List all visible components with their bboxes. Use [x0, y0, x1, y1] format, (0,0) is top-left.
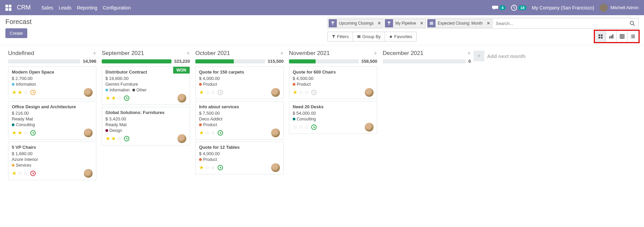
kanban-card[interactable]: Quote for 600 Chairs$ 4,500.00Product★☆☆ [289, 66, 377, 99]
priority-star[interactable]: ☆ [205, 130, 210, 136]
activity-icon[interactable] [30, 90, 36, 95]
activity-icon[interactable] [218, 165, 223, 170]
priority-star[interactable]: ☆ [211, 90, 215, 95]
card-footer: ★★☆ [105, 94, 186, 103]
tag: Product [199, 157, 217, 162]
activity-icon[interactable] [30, 171, 36, 176]
nav-sales[interactable]: Sales [41, 5, 53, 10]
brand[interactable]: CRM [17, 4, 31, 11]
card-amount: $ 3,420.00 [105, 116, 186, 121]
activity-icon[interactable] [311, 124, 317, 130]
priority-star[interactable]: ☆ [293, 124, 297, 130]
activity-icon[interactable] [218, 90, 223, 95]
quick-create-button[interactable]: + [186, 50, 190, 56]
priority-star[interactable]: ★ [12, 171, 17, 176]
priority-star[interactable]: ☆ [205, 165, 210, 170]
create-button[interactable]: Create [5, 28, 27, 38]
assignee-avatar[interactable] [178, 94, 186, 103]
filters-button[interactable]: Filters [328, 32, 353, 41]
search-icon[interactable] [626, 21, 638, 26]
priority-star[interactable]: ★ [105, 95, 110, 101]
assignee-avatar[interactable] [178, 134, 186, 143]
priority-star[interactable]: ☆ [298, 90, 303, 95]
priority-star[interactable]: ☆ [205, 90, 210, 95]
kanban-card[interactable]: 5 VP Chairs$ 1,680.00Azure InteriorServi… [8, 142, 96, 180]
priority-star[interactable]: ☆ [23, 90, 28, 95]
priority-star[interactable]: ☆ [304, 90, 309, 95]
priority-star[interactable]: ★ [199, 130, 204, 136]
progress-bar[interactable] [383, 59, 466, 63]
quick-create-button[interactable]: + [374, 50, 377, 56]
priority-star[interactable]: ★ [111, 136, 116, 141]
priority-star[interactable]: ☆ [18, 171, 22, 176]
kanban-card[interactable]: Info about services$ 7,500.00Deco Addict… [195, 101, 284, 140]
priority-star[interactable]: ☆ [23, 130, 28, 136]
kanban-card[interactable]: Need 20 Desks$ 54,000.00Consulting☆☆☆ [289, 101, 377, 134]
priority-star[interactable]: ☆ [117, 136, 122, 141]
progress-bar[interactable] [195, 59, 265, 63]
quick-create-button[interactable]: + [280, 50, 284, 56]
kanban-card[interactable]: Global Solutions: Furnitures$ 3,420.00Re… [102, 107, 190, 145]
kanban-card[interactable]: Modern Open Space$ 2,700.00Information★★… [8, 66, 96, 99]
facet-remove-icon[interactable]: ✕ [376, 21, 383, 26]
apps-icon[interactable] [5, 5, 11, 11]
quick-create-button[interactable]: + [467, 50, 471, 56]
groupby-button[interactable]: Group By [353, 32, 385, 41]
activity-icon[interactable] [124, 95, 129, 101]
activity-icon[interactable] [124, 136, 129, 141]
assignee-avatar[interactable] [84, 129, 93, 137]
discuss-icon[interactable]: 4 [492, 5, 506, 10]
company-switcher[interactable]: My Company (San Francisco) [532, 5, 594, 10]
assignee-avatar[interactable] [365, 88, 374, 97]
priority-star[interactable]: ★ [12, 130, 17, 136]
activity-icon[interactable] [311, 90, 317, 95]
progress-bar[interactable] [289, 59, 359, 63]
priority-star[interactable]: ★ [111, 95, 116, 101]
activity-icon[interactable] [30, 130, 36, 136]
priority-star[interactable]: ★ [12, 90, 17, 95]
kanban-card[interactable]: Quote for 150 carpets$ 4,000.00Product★☆… [195, 66, 284, 99]
progress-bar[interactable] [8, 59, 80, 63]
list-view-button[interactable] [627, 31, 638, 42]
svg-rect-5 [601, 37, 603, 38]
kanban-card[interactable]: Office Design and Architecture$ 216.00Re… [8, 101, 96, 140]
activities-badge: 18 [518, 5, 526, 10]
facet-remove-icon[interactable]: ✕ [418, 21, 425, 26]
priority-star[interactable]: ★ [18, 90, 22, 95]
activity-icon[interactable] [218, 130, 223, 136]
assignee-avatar[interactable] [365, 123, 374, 132]
priority-star[interactable]: ★ [105, 136, 110, 141]
add-next-month[interactable]: +Add next month [474, 48, 525, 61]
progress-bar[interactable] [102, 59, 171, 63]
priority-star[interactable]: ☆ [117, 95, 122, 101]
facet-remove-icon[interactable]: ✕ [485, 21, 492, 26]
priority-star[interactable]: ☆ [298, 124, 303, 130]
nav-configuration[interactable]: Configuration [103, 5, 131, 10]
graph-view-button[interactable] [606, 31, 617, 42]
priority-star[interactable]: ☆ [211, 130, 215, 136]
priority-star[interactable]: ★ [18, 130, 22, 136]
priority-star[interactable]: ☆ [211, 165, 215, 170]
priority-star[interactable]: ☆ [304, 124, 309, 130]
quick-create-button[interactable]: + [93, 50, 96, 56]
assignee-avatar[interactable] [84, 169, 93, 178]
nav-reporting[interactable]: Reporting [77, 5, 97, 10]
assignee-avatar[interactable] [271, 163, 280, 172]
kanban-view-button[interactable] [595, 31, 606, 42]
kanban-card[interactable]: Quote for 12 Tables$ 4,000.00Product★☆☆ [195, 142, 284, 174]
priority-star[interactable]: ★ [199, 90, 204, 95]
assignee-avatar[interactable] [84, 88, 93, 97]
assignee-avatar[interactable] [271, 88, 280, 97]
assignee-avatar[interactable] [271, 129, 280, 137]
priority-star[interactable]: ★ [293, 90, 297, 95]
priority-star[interactable]: ☆ [23, 171, 28, 176]
favorites-button[interactable]: Favorites [385, 32, 416, 41]
search-input[interactable] [493, 19, 626, 28]
user-menu[interactable]: Mitchell Admin [600, 4, 639, 12]
activities-icon[interactable]: 18 [511, 5, 526, 11]
priority-star[interactable]: ★ [199, 165, 204, 170]
kanban-card[interactable]: WONDistributor Contract$ 19,800.00Gemini… [102, 66, 190, 105]
search-view[interactable]: Upcoming Closings ✕ My Pipeline ✕ Expect… [327, 18, 639, 29]
pivot-view-button[interactable] [617, 31, 627, 42]
nav-leads[interactable]: Leads [59, 5, 71, 10]
